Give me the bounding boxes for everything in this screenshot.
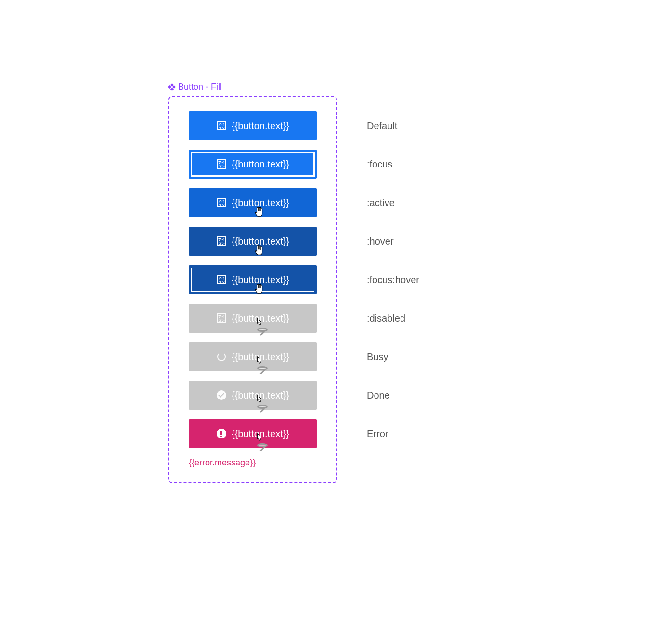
button-focus[interactable]: アイ コン{{button.text}} <box>189 150 317 179</box>
state-row-busy: {{button.text}}Busy <box>189 342 317 371</box>
state-row-done: {{button.text}}Done <box>189 381 317 410</box>
placeholder-icon: アイ コン <box>217 121 226 130</box>
component-title: Button - Fill <box>168 82 337 92</box>
state-label-active: :active <box>367 197 395 208</box>
state-label-focus: :focus <box>367 159 392 170</box>
button-text: {{button.text}} <box>232 390 289 401</box>
alert-icon <box>217 429 226 438</box>
state-row-active: アイ コン{{button.text}}:active <box>189 188 317 217</box>
state-label-default: Default <box>367 120 397 131</box>
button-text: {{button.text}} <box>232 120 289 131</box>
button-text: {{button.text}} <box>232 197 289 208</box>
button-busy: {{button.text}} <box>189 342 317 371</box>
button-text: {{button.text}} <box>232 274 289 285</box>
spinner-icon <box>217 352 226 361</box>
button-text: {{button.text}} <box>232 236 289 247</box>
state-row-focus: アイ コン{{button.text}}:focus <box>189 150 317 179</box>
state-label-error: Error <box>367 428 388 439</box>
state-row-error: {{button.text}}Error <box>189 419 317 448</box>
placeholder-icon: アイ コン <box>217 275 226 284</box>
button-text: {{button.text}} <box>232 351 289 362</box>
state-row-hover: アイ コン{{button.text}}:hover <box>189 227 317 256</box>
button-text: {{button.text}} <box>232 428 289 439</box>
button-focushover[interactable]: アイ コン{{button.text}} <box>189 265 317 294</box>
button-disabled: アイ コン{{button.text}} <box>189 304 317 333</box>
state-label-disabled: :disabled <box>367 313 405 324</box>
component-icon <box>168 84 175 90</box>
state-row-focushover: アイ コン{{button.text}}:focus:hover <box>189 265 317 294</box>
button-text: {{button.text}} <box>232 159 289 170</box>
placeholder-icon: アイ コン <box>217 159 226 169</box>
placeholder-icon: アイ コン <box>217 236 226 246</box>
state-label-busy: Busy <box>367 351 388 362</box>
state-row-disabled: アイ コン{{button.text}}:disabled <box>189 304 317 333</box>
button-hover[interactable]: アイ コン{{button.text}} <box>189 227 317 256</box>
button-default[interactable]: アイ コン{{button.text}} <box>189 111 317 140</box>
error-message: {{error.message}} <box>189 458 317 468</box>
button-active[interactable]: アイ コン{{button.text}} <box>189 188 317 217</box>
button-done: {{button.text}} <box>189 381 317 410</box>
button-states-frame: アイ コン{{button.text}}Defaultアイ コン{{button… <box>168 96 337 483</box>
placeholder-icon: アイ コン <box>217 313 226 323</box>
check-icon <box>217 390 226 400</box>
component-title-text: Button - Fill <box>178 82 222 92</box>
state-label-hover: :hover <box>367 236 394 247</box>
state-label-focushover: :focus:hover <box>367 274 419 285</box>
state-row-default: アイ コン{{button.text}}Default <box>189 111 317 140</box>
placeholder-icon: アイ コン <box>217 198 226 207</box>
button-error: {{button.text}} <box>189 419 317 448</box>
state-label-done: Done <box>367 390 390 401</box>
button-text: {{button.text}} <box>232 313 289 324</box>
